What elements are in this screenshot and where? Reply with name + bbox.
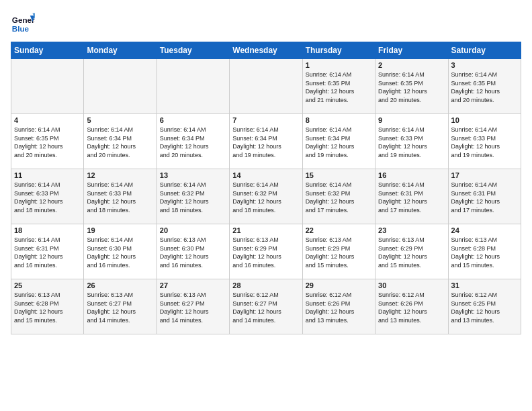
day-number: 18 xyxy=(14,226,81,234)
day-number: 6 xyxy=(160,116,226,124)
day-cell: 9Sunrise: 6:14 AM Sunset: 6:33 PM Daylig… xyxy=(375,114,448,169)
day-info: Sunrise: 6:12 AM Sunset: 6:25 PM Dayligh… xyxy=(451,291,518,324)
day-info: Sunrise: 6:14 AM Sunset: 6:34 PM Dayligh… xyxy=(232,126,299,159)
day-number: 2 xyxy=(378,61,445,69)
day-cell: 24Sunrise: 6:13 AM Sunset: 6:28 PM Dayli… xyxy=(448,224,521,279)
day-cell: 31Sunrise: 6:12 AM Sunset: 6:25 PM Dayli… xyxy=(448,279,521,334)
logo-icon: General Blue xyxy=(11,11,35,35)
day-cell: 4Sunrise: 6:14 AM Sunset: 6:35 PM Daylig… xyxy=(11,114,84,169)
day-number: 25 xyxy=(14,281,81,289)
day-cell: 17Sunrise: 6:14 AM Sunset: 6:31 PM Dayli… xyxy=(448,169,521,224)
day-cell: 30Sunrise: 6:12 AM Sunset: 6:26 PM Dayli… xyxy=(375,279,448,334)
day-number: 24 xyxy=(451,226,518,234)
day-number: 30 xyxy=(378,281,445,289)
day-cell: 8Sunrise: 6:14 AM Sunset: 6:34 PM Daylig… xyxy=(302,114,375,169)
day-info: Sunrise: 6:14 AM Sunset: 6:33 PM Dayligh… xyxy=(451,126,518,159)
weekday-header-sunday: Sunday xyxy=(11,42,84,59)
day-cell: 27Sunrise: 6:13 AM Sunset: 6:27 PM Dayli… xyxy=(157,279,229,334)
day-number: 10 xyxy=(451,116,518,124)
day-info: Sunrise: 6:13 AM Sunset: 6:28 PM Dayligh… xyxy=(451,236,518,269)
page: General Blue SundayMondayTuesdayWednesda… xyxy=(0,0,532,411)
day-cell: 16Sunrise: 6:14 AM Sunset: 6:31 PM Dayli… xyxy=(375,169,448,224)
day-number: 28 xyxy=(232,281,299,289)
weekday-header-friday: Friday xyxy=(375,42,448,59)
day-number: 16 xyxy=(378,171,445,179)
day-cell xyxy=(11,59,84,114)
week-row-2: 4Sunrise: 6:14 AM Sunset: 6:35 PM Daylig… xyxy=(11,114,521,169)
day-info: Sunrise: 6:12 AM Sunset: 6:26 PM Dayligh… xyxy=(306,291,372,324)
day-number: 13 xyxy=(160,171,226,179)
day-cell: 1Sunrise: 6:14 AM Sunset: 6:35 PM Daylig… xyxy=(302,59,375,114)
day-info: Sunrise: 6:14 AM Sunset: 6:32 PM Dayligh… xyxy=(306,181,372,214)
day-cell: 29Sunrise: 6:12 AM Sunset: 6:26 PM Dayli… xyxy=(302,279,375,334)
day-info: Sunrise: 6:13 AM Sunset: 6:30 PM Dayligh… xyxy=(160,236,226,269)
day-info: Sunrise: 6:14 AM Sunset: 6:31 PM Dayligh… xyxy=(451,181,518,214)
weekday-header-monday: Monday xyxy=(84,42,157,59)
day-cell: 14Sunrise: 6:14 AM Sunset: 6:32 PM Dayli… xyxy=(230,169,302,224)
weekday-header-wednesday: Wednesday xyxy=(230,42,302,59)
week-row-4: 18Sunrise: 6:14 AM Sunset: 6:31 PM Dayli… xyxy=(11,224,521,279)
day-number: 29 xyxy=(306,281,372,289)
day-number: 12 xyxy=(87,171,153,179)
day-info: Sunrise: 6:14 AM Sunset: 6:35 PM Dayligh… xyxy=(378,71,445,104)
day-cell xyxy=(230,59,302,114)
day-info: Sunrise: 6:14 AM Sunset: 6:35 PM Dayligh… xyxy=(14,126,81,159)
day-cell xyxy=(84,59,157,114)
day-info: Sunrise: 6:14 AM Sunset: 6:33 PM Dayligh… xyxy=(378,126,445,159)
day-number: 1 xyxy=(306,61,372,69)
day-number: 11 xyxy=(14,171,81,179)
day-cell: 10Sunrise: 6:14 AM Sunset: 6:33 PM Dayli… xyxy=(448,114,521,169)
day-number: 27 xyxy=(160,281,226,289)
week-row-3: 11Sunrise: 6:14 AM Sunset: 6:33 PM Dayli… xyxy=(11,169,521,224)
day-number: 20 xyxy=(160,226,226,234)
day-cell: 13Sunrise: 6:14 AM Sunset: 6:32 PM Dayli… xyxy=(157,169,229,224)
day-cell: 21Sunrise: 6:13 AM Sunset: 6:29 PM Dayli… xyxy=(230,224,302,279)
day-number: 9 xyxy=(378,116,445,124)
day-info: Sunrise: 6:12 AM Sunset: 6:26 PM Dayligh… xyxy=(378,291,445,324)
day-info: Sunrise: 6:13 AM Sunset: 6:27 PM Dayligh… xyxy=(160,291,226,324)
day-info: Sunrise: 6:14 AM Sunset: 6:31 PM Dayligh… xyxy=(378,181,445,214)
day-cell xyxy=(157,59,229,114)
day-cell: 2Sunrise: 6:14 AM Sunset: 6:35 PM Daylig… xyxy=(375,59,448,114)
day-cell: 15Sunrise: 6:14 AM Sunset: 6:32 PM Dayli… xyxy=(302,169,375,224)
logo: General Blue xyxy=(11,11,35,35)
day-info: Sunrise: 6:14 AM Sunset: 6:34 PM Dayligh… xyxy=(87,126,153,159)
day-cell: 5Sunrise: 6:14 AM Sunset: 6:34 PM Daylig… xyxy=(84,114,157,169)
day-info: Sunrise: 6:14 AM Sunset: 6:32 PM Dayligh… xyxy=(160,181,226,214)
header: General Blue xyxy=(11,11,521,35)
weekday-header-row: SundayMondayTuesdayWednesdayThursdayFrid… xyxy=(11,42,521,59)
day-number: 3 xyxy=(451,61,518,69)
day-info: Sunrise: 6:14 AM Sunset: 6:32 PM Dayligh… xyxy=(232,181,299,214)
day-info: Sunrise: 6:13 AM Sunset: 6:29 PM Dayligh… xyxy=(306,236,372,269)
day-info: Sunrise: 6:13 AM Sunset: 6:27 PM Dayligh… xyxy=(87,291,153,324)
day-number: 8 xyxy=(306,116,372,124)
day-number: 31 xyxy=(451,281,518,289)
day-cell: 3Sunrise: 6:14 AM Sunset: 6:35 PM Daylig… xyxy=(448,59,521,114)
day-number: 15 xyxy=(306,171,372,179)
day-number: 26 xyxy=(87,281,153,289)
day-info: Sunrise: 6:14 AM Sunset: 6:33 PM Dayligh… xyxy=(14,181,81,214)
day-cell: 25Sunrise: 6:13 AM Sunset: 6:28 PM Dayli… xyxy=(11,279,84,334)
day-number: 21 xyxy=(232,226,299,234)
day-info: Sunrise: 6:13 AM Sunset: 6:29 PM Dayligh… xyxy=(232,236,299,269)
day-cell: 20Sunrise: 6:13 AM Sunset: 6:30 PM Dayli… xyxy=(157,224,229,279)
day-cell: 12Sunrise: 6:14 AM Sunset: 6:33 PM Dayli… xyxy=(84,169,157,224)
day-info: Sunrise: 6:14 AM Sunset: 6:30 PM Dayligh… xyxy=(87,236,153,269)
day-number: 4 xyxy=(14,116,81,124)
day-info: Sunrise: 6:14 AM Sunset: 6:34 PM Dayligh… xyxy=(306,126,372,159)
day-number: 14 xyxy=(232,171,299,179)
day-cell: 23Sunrise: 6:13 AM Sunset: 6:29 PM Dayli… xyxy=(375,224,448,279)
day-info: Sunrise: 6:14 AM Sunset: 6:35 PM Dayligh… xyxy=(451,71,518,104)
day-number: 7 xyxy=(232,116,299,124)
day-number: 19 xyxy=(87,226,153,234)
day-number: 22 xyxy=(306,226,372,234)
svg-text:Blue: Blue xyxy=(12,24,30,33)
day-info: Sunrise: 6:14 AM Sunset: 6:34 PM Dayligh… xyxy=(160,126,226,159)
weekday-header-thursday: Thursday xyxy=(302,42,375,59)
day-number: 23 xyxy=(378,226,445,234)
day-info: Sunrise: 6:13 AM Sunset: 6:28 PM Dayligh… xyxy=(14,291,81,324)
day-cell: 7Sunrise: 6:14 AM Sunset: 6:34 PM Daylig… xyxy=(230,114,302,169)
week-row-1: 1Sunrise: 6:14 AM Sunset: 6:35 PM Daylig… xyxy=(11,59,521,114)
day-cell: 22Sunrise: 6:13 AM Sunset: 6:29 PM Dayli… xyxy=(302,224,375,279)
day-cell: 19Sunrise: 6:14 AM Sunset: 6:30 PM Dayli… xyxy=(84,224,157,279)
